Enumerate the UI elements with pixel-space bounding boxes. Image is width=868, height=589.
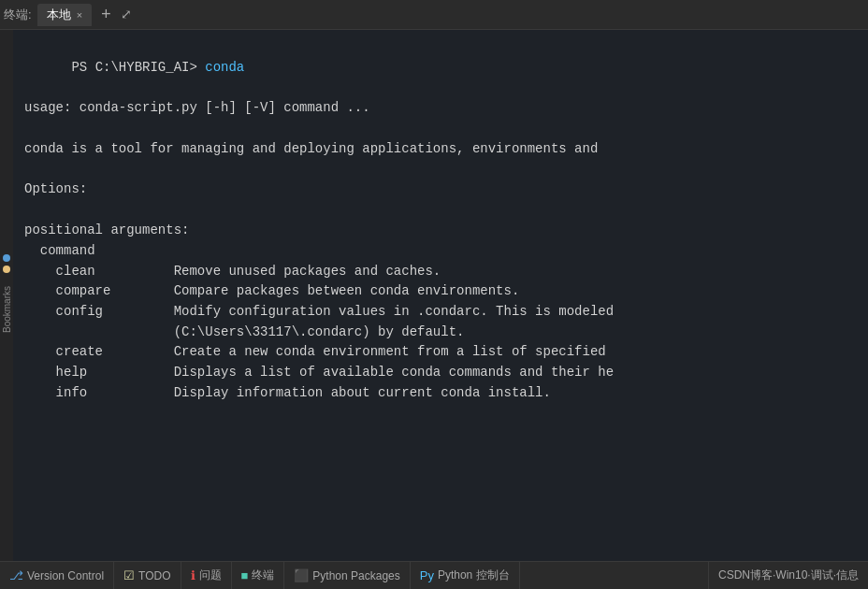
terminal-label: 终端: <box>4 7 32 23</box>
python-console-icon: Py <box>420 568 434 582</box>
terminal-line-create: create Create a new conda environment fr… <box>24 342 857 363</box>
terminal-line-config: config Modify configuration values in .c… <box>24 302 857 323</box>
problem-icon: ℹ <box>191 568 195 582</box>
tab-add-button[interactable]: + <box>95 7 117 23</box>
python-console-label: Python 控制台 <box>438 567 510 583</box>
terminal-line-options: Options: <box>24 180 857 200</box>
gutter-dot-yellow <box>3 266 10 273</box>
status-python-packages[interactable]: ⬛ Python Packages <box>284 562 410 589</box>
terminal-label-status: 终端 <box>252 567 274 583</box>
status-todo[interactable]: ☑ TODO <box>114 562 181 589</box>
tab-local[interactable]: 本地 × <box>37 4 92 26</box>
terminal-icon: ■ <box>241 568 249 582</box>
status-bar: ⎇ Version Control ☑ TODO ℹ 问题 ■ 终端 ⬛ Pyt… <box>0 561 868 589</box>
terminal-empty-1 <box>24 119 857 139</box>
terminal-line-compare: compare Compare packages between conda e… <box>24 281 857 302</box>
terminal-line-clean: clean Remove unused packages and caches. <box>24 262 857 282</box>
tab-local-label: 本地 <box>47 7 71 23</box>
main-content: Bookmarks PS C:\HYBRIG_AI> conda usage: … <box>0 30 868 561</box>
python-packages-label: Python Packages <box>312 569 399 582</box>
terminal-command: conda <box>205 60 244 75</box>
status-right-text: CSDN博客·Win10·调试·信息 <box>718 567 859 583</box>
version-control-label: Version Control <box>27 569 104 582</box>
status-version-control[interactable]: ⎇ Version Control <box>0 562 114 589</box>
tab-close-button[interactable]: × <box>77 9 82 21</box>
terminal-line-1: usage: conda-script.py [-h] [-V] command… <box>24 98 857 119</box>
terminal-line-pos: positional arguments: <box>24 221 857 241</box>
gutter-dot-blue <box>3 254 10 262</box>
todo-icon: ☑ <box>123 568 135 582</box>
terminal-empty-3 <box>24 200 857 221</box>
tab-expand-button[interactable]: ⤢ <box>121 7 132 22</box>
problem-label: 问题 <box>199 567 222 583</box>
terminal-line-command: command <box>24 241 857 262</box>
prompt-path: PS C:\HYBRIG_AI> <box>71 60 205 75</box>
terminal-prompt-line: PS C:\HYBRIG_AI> conda <box>24 37 857 98</box>
todo-label: TODO <box>138 569 170 582</box>
python-packages-icon: ⬛ <box>294 568 309 582</box>
terminal-line-help: help Displays a list of available conda … <box>24 363 857 383</box>
terminal-empty-2 <box>24 159 857 180</box>
version-control-icon: ⎇ <box>9 568 23 582</box>
status-terminal[interactable]: ■ 终端 <box>232 562 285 589</box>
terminal-line-2: conda is a tool for managing and deployi… <box>24 139 857 160</box>
status-right-info: CSDN博客·Win10·调试·信息 <box>708 562 868 589</box>
terminal-line-config2: (C:\Users\33117\.condarc) by default. <box>24 323 857 343</box>
bookmarks-label: Bookmarks <box>2 286 12 333</box>
tab-bar: 终端: 本地 × + ⤢ <box>0 0 868 30</box>
status-python-console[interactable]: Py Python 控制台 <box>411 562 520 589</box>
terminal-area[interactable]: PS C:\HYBRIG_AI> conda usage: conda-scri… <box>13 30 868 561</box>
terminal-line-info: info Display information about current c… <box>24 383 857 404</box>
left-gutter: Bookmarks <box>0 30 13 561</box>
status-problem[interactable]: ℹ 问题 <box>181 562 232 589</box>
